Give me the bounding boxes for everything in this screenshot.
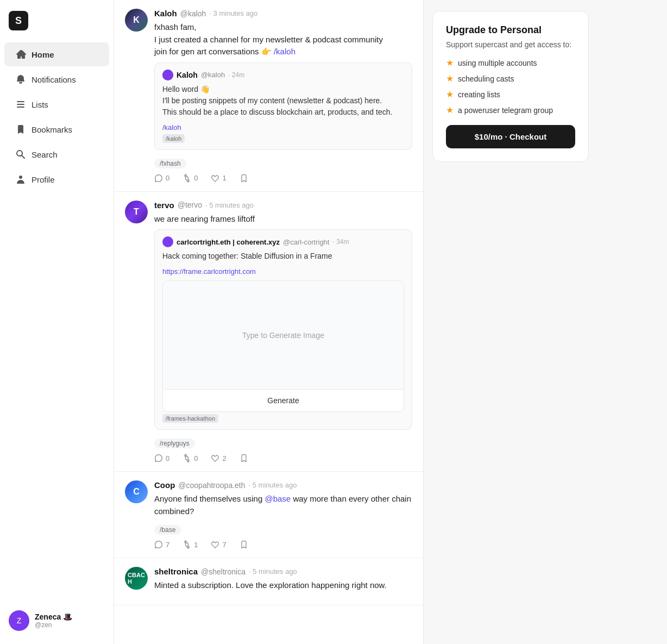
cast-time: · 5 minutes ago xyxy=(249,481,297,489)
sidebar-item-profile[interactable]: Profile xyxy=(4,167,109,191)
recast-action[interactable]: 0 xyxy=(183,174,198,183)
cast-text: Anyone find themselves using @base way m… xyxy=(154,493,412,517)
upgrade-feature: ★ using multiple accounts xyxy=(446,58,575,68)
cast-time: · 3 minutes ago xyxy=(209,9,257,17)
quoted-handle: @carl-cortright xyxy=(283,238,329,246)
sidebar-item-label: Bookmarks xyxy=(32,125,72,134)
cast-text: fxhash fam, I just created a channel for… xyxy=(154,21,412,58)
cast-username: sheltronica xyxy=(154,567,198,576)
like-action[interactable]: 1 xyxy=(211,174,226,183)
sidebar-item-label: Lists xyxy=(32,100,48,109)
cast-text: we are nearing frames liftoff xyxy=(154,213,412,226)
bookmark-action[interactable] xyxy=(240,454,248,462)
frame-link[interactable]: https://frame.carlcortright.com xyxy=(162,267,256,276)
cast-tag: /replyguys xyxy=(154,439,195,448)
avatar: C xyxy=(125,480,148,503)
reply-action[interactable]: 7 xyxy=(154,540,169,549)
sidebar-item-bookmarks[interactable]: Bookmarks xyxy=(4,117,109,141)
bookmark-action[interactable] xyxy=(240,540,248,549)
cast-username: Coop xyxy=(154,480,175,490)
quoted-username: Kaloh xyxy=(177,71,198,79)
cast-item: C Coop @coopahtroopa.eth · 5 minutes ago… xyxy=(114,472,423,558)
avatar: K xyxy=(125,9,148,32)
cast-link[interactable]: /kaloh xyxy=(274,47,295,56)
cast-body: sheltronica @sheltronica · 5 minutes ago… xyxy=(154,567,412,596)
bell-icon xyxy=(15,74,26,85)
sidebar-item-search[interactable]: Search xyxy=(4,142,109,166)
sidebar-item-home[interactable]: Home xyxy=(4,42,109,66)
cast-header: Kaloh @kaloh · 3 minutes ago xyxy=(154,9,412,18)
sidebar-item-label: Notifications xyxy=(32,75,76,84)
user-icon xyxy=(15,174,26,185)
checkout-button[interactable]: $10/mo · Checkout xyxy=(446,125,575,148)
mention-link[interactable]: @base xyxy=(265,494,291,503)
cast-actions: 7 1 7 xyxy=(154,540,412,549)
main-content: K Kaloh @kaloh · 3 minutes ago fxhash fa… xyxy=(114,0,667,644)
frame-tag: /frames-hackathon xyxy=(162,414,218,423)
cast-handle: @coopahtroopa.eth xyxy=(178,481,245,490)
sidebar-item-lists[interactable]: Lists xyxy=(4,92,109,116)
cast-item: K Kaloh @kaloh · 3 minutes ago fxhash fa… xyxy=(114,0,423,192)
frame-embed: Type to Generate Image Generate xyxy=(162,280,404,412)
reply-action[interactable]: 0 xyxy=(154,174,169,183)
sidebar: S Home Notifications xyxy=(0,0,114,644)
cast-time: · 5 minutes ago xyxy=(249,567,297,576)
cast-username: tervo xyxy=(154,201,174,210)
quoted-tag: /kaloh xyxy=(162,134,185,143)
user-name: Zeneca 🎩 xyxy=(35,612,72,621)
quoted-text: Hack coming together: Stable Diffusion i… xyxy=(162,251,404,262)
upgrade-feature: ★ creating lists xyxy=(446,89,575,99)
sidebar-item-notifications[interactable]: Notifications xyxy=(4,67,109,91)
quoted-cast: Kaloh @kaloh · 24m Hello word 👋 I'll be … xyxy=(154,62,412,150)
star-icon: ★ xyxy=(446,89,454,99)
like-action[interactable]: 2 xyxy=(211,454,226,462)
avatar xyxy=(162,236,173,247)
cast-item: T tervo @tervo · 5 minutes ago we are ne… xyxy=(114,192,423,472)
reply-action[interactable]: 0 xyxy=(154,454,169,462)
cast-handle: @sheltronica xyxy=(201,567,246,576)
sidebar-item-label: Profile xyxy=(32,175,55,184)
upgrade-title: Upgrade to Personal xyxy=(446,24,575,36)
right-panel: Upgrade to Personal Support supercast an… xyxy=(424,0,597,644)
upgrade-feature: ★ a poweruser telegram group xyxy=(446,105,575,115)
quoted-time: · 24m xyxy=(228,71,244,79)
cast-text: Minted a subscription. Love the explorat… xyxy=(154,579,412,592)
list-icon xyxy=(15,99,26,110)
upgrade-subtitle: Support supercast and get access to: xyxy=(446,40,575,49)
current-user[interactable]: Z Zeneca 🎩 @zen xyxy=(0,604,114,637)
like-action[interactable]: 7 xyxy=(211,540,226,549)
frame-image-area: Type to Generate Image xyxy=(163,281,404,390)
quoted-link[interactable]: /kaloh xyxy=(162,123,181,132)
home-icon xyxy=(15,49,26,60)
cast-actions: 0 0 1 xyxy=(154,174,412,183)
sidebar-item-label: Search xyxy=(32,150,58,159)
sidebar-item-label: Home xyxy=(32,50,54,59)
recast-action[interactable]: 1 xyxy=(183,540,198,549)
cast-body: tervo @tervo · 5 minutes ago we are near… xyxy=(154,201,412,463)
cast-body: Kaloh @kaloh · 3 minutes ago fxhash fam,… xyxy=(154,9,412,183)
feed: K Kaloh @kaloh · 3 minutes ago fxhash fa… xyxy=(114,0,424,644)
cast-handle: @kaloh xyxy=(180,9,206,18)
user-handle: @zen xyxy=(35,621,72,629)
cast-header: sheltronica @sheltronica · 5 minutes ago xyxy=(154,567,412,576)
cast-body: Coop @coopahtroopa.eth · 5 minutes ago A… xyxy=(154,480,412,549)
upgrade-feature: ★ scheduling casts xyxy=(446,73,575,84)
star-icon: ★ xyxy=(446,58,454,68)
frame-generate-button[interactable]: Generate xyxy=(163,390,404,411)
quoted-handle: @kaloh xyxy=(201,71,225,79)
recast-action[interactable]: 0 xyxy=(183,454,198,462)
avatar: CBACH xyxy=(125,567,148,590)
cast-tag: /base xyxy=(154,525,181,535)
app-logo: S xyxy=(9,11,28,30)
quoted-cast: carlcortright.eth | coherent.xyz @carl-c… xyxy=(154,229,412,430)
avatar: Z xyxy=(9,610,29,631)
star-icon: ★ xyxy=(446,73,454,84)
quoted-time: · 34m xyxy=(332,238,349,246)
cast-handle: @tervo xyxy=(178,201,202,209)
cast-item: CBACH sheltronica @sheltronica · 5 minut… xyxy=(114,558,423,605)
bookmark-action[interactable] xyxy=(240,174,248,183)
logo-area: S xyxy=(0,7,114,41)
cast-username: Kaloh xyxy=(154,9,177,18)
bookmark-icon xyxy=(15,124,26,135)
cast-header: Coop @coopahtroopa.eth · 5 minutes ago xyxy=(154,480,412,490)
